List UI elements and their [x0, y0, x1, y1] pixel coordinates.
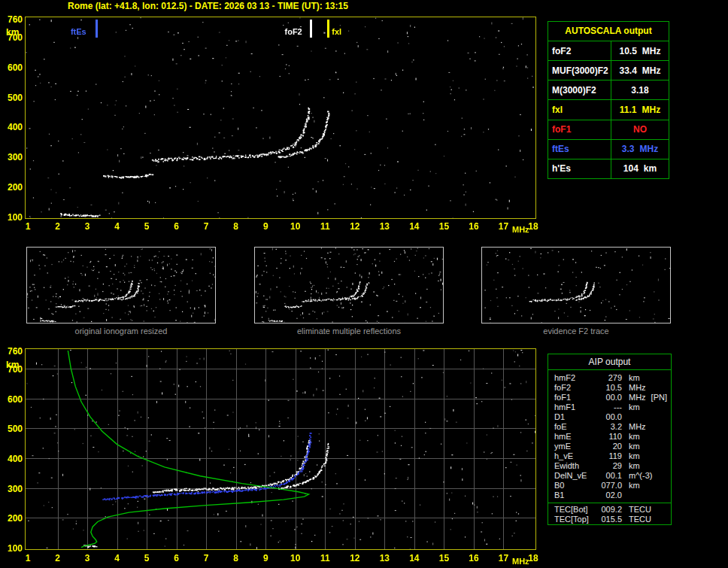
aip-param-unit: MHz: [622, 393, 646, 402]
param-name: M(3000)F2: [552, 85, 596, 96]
param-value: 3.3: [622, 144, 635, 154]
aip-param-name: Ewidth: [554, 461, 596, 471]
autoscala-param-value: 10.5MHz: [611, 41, 669, 60]
aip-row-hmE: hmE110km: [548, 432, 671, 442]
fxl-marker-label: fxl: [332, 27, 341, 36]
aip-param-name: B0: [554, 481, 596, 491]
autoscala-param-label: foF1: [548, 120, 611, 139]
x-tick-label: 3: [79, 553, 96, 563]
param-name: MUF(3000)F2: [552, 65, 608, 76]
aip-param-name: TEC[Top]: [554, 515, 596, 524]
x-tick-label: 9: [257, 221, 274, 232]
x-tick-label: 11: [317, 221, 333, 232]
aip-rows: hmF2279kmfoF210.5MHzfoF100.0MHz[PN]hmF1-…: [548, 370, 671, 500]
autoscala-param-label: MUF(3000)F2: [548, 61, 611, 80]
aip-param-value: 00.0: [596, 412, 622, 422]
x-tick-label: 16: [466, 553, 482, 563]
thumbnail-reflections-canvas: [255, 248, 443, 323]
aip-param-unit: MHz: [622, 422, 646, 432]
autoscala-row-foF1: foF1NO: [548, 120, 669, 140]
aip-param-value: 20: [596, 442, 622, 451]
aip-param-name: h_vE: [554, 451, 596, 461]
x-tick-label: 10: [287, 221, 304, 232]
param-name: foF1: [552, 124, 571, 135]
param-unit: MHz: [642, 105, 661, 115]
param-unit: MHz: [642, 46, 661, 56]
aip-param-value: 279: [596, 373, 622, 383]
aip-row-B1: B102.0: [548, 491, 671, 500]
autoscala-row-fxl: fxl11.1MHz: [548, 100, 669, 120]
param-unit: MHz: [642, 65, 661, 76]
page-title: Rome (lat: +41.8, lon: 012.5) - DATE: 20…: [68, 1, 348, 11]
aip-param-value: 119: [596, 451, 622, 461]
autoscala-screen: { "header": { "title": "Rome (lat: +41.8…: [0, 0, 728, 568]
aip-param-value: 10.5: [596, 383, 622, 393]
x-tick-label: 12: [347, 553, 363, 563]
param-unit: MHz: [640, 144, 659, 154]
aip-param-name: foF2: [554, 383, 596, 393]
autoscala-param-label: M(3000)F2: [548, 80, 611, 99]
autoscala-row-MUF(3000)F2: MUF(3000)F233.4MHz: [548, 61, 669, 80]
x-tick-label: 5: [138, 553, 155, 563]
aip-param-name: B1: [554, 491, 596, 500]
thumbnail-eliminate-reflections: [254, 247, 444, 323]
autoscala-row-M(3000)F2: M(3000)F23.18: [548, 80, 669, 100]
autoscala-output-table: AUTOSCALA output foF210.5MHzMUF(3000)F23…: [548, 21, 669, 179]
caption-eliminate-reflections: eliminate multiple reflections: [254, 327, 444, 336]
thumbnail-original-canvas: [27, 248, 215, 323]
top-y-axis-unit: km: [6, 27, 19, 38]
x-tick-label: 8: [228, 553, 244, 563]
param-unit: km: [644, 163, 657, 174]
aip-param-name: D1: [554, 412, 596, 422]
x-tick-label: 17: [495, 553, 511, 563]
aip-param-value: 110: [596, 432, 622, 442]
aip-param-name: hmF1: [554, 402, 596, 412]
x-tick-label: 14: [406, 553, 423, 563]
x-tick-label: 2: [50, 553, 66, 563]
aip-param-value: 00.0: [596, 393, 622, 402]
x-tick-label: 3: [79, 221, 96, 232]
aip-param-value: 3.2: [596, 422, 622, 432]
param-value: NO: [633, 124, 647, 135]
autoscala-param-value: 104km: [611, 159, 669, 178]
aip-param-value: 009.2: [596, 505, 622, 515]
aip-param-value: ---: [596, 402, 622, 412]
ftEs-marker-label: ftEs: [71, 27, 86, 36]
autoscala-param-value: 3.3MHz: [611, 140, 669, 159]
aip-param-unit: km: [622, 481, 640, 491]
aip-param-unit: km: [622, 373, 640, 383]
aip-param-name: DelN_vE: [554, 471, 596, 481]
x-tick-label: 6: [168, 553, 185, 563]
autoscala-table-title: AUTOSCALA output: [548, 22, 669, 41]
y-tick-label: 400: [0, 454, 23, 464]
aip-param-unit: [622, 491, 629, 500]
x-tick-label: 7: [198, 553, 214, 563]
x-tick-label: 4: [109, 553, 126, 563]
param-value: 104: [623, 163, 639, 174]
y-tick-label: 300: [0, 152, 23, 163]
aip-param-unit: TECU: [622, 515, 651, 524]
y-tick-label: 600: [0, 394, 23, 405]
aip-param-unit: km: [622, 402, 640, 412]
param-value: 33.4: [619, 65, 636, 76]
aip-row-D1: D100.0: [548, 412, 671, 422]
x-tick-label: 8: [228, 221, 244, 232]
aip-row-B0: B0077.0km: [548, 481, 671, 491]
y-tick-label: 500: [0, 424, 23, 434]
x-tick-label: 6: [168, 221, 185, 232]
aip-param-name: foE: [554, 422, 596, 432]
thumbnail-evidence-f2: [481, 247, 671, 323]
thumbnail-original-ionogram: [26, 247, 216, 323]
x-tick-label: 1: [20, 221, 36, 232]
autoscala-param-value: 33.4MHz: [611, 61, 669, 80]
param-value: 11.1: [620, 105, 637, 115]
aip-row-TEC[Top]: TEC[Top]015.5TECU: [548, 515, 671, 524]
aip-row-h_vE: h_vE119km: [548, 451, 671, 461]
top-ionogram-canvas: [26, 17, 535, 218]
x-tick-label: 12: [347, 221, 363, 232]
x-tick-label: 13: [376, 221, 393, 232]
y-tick-label: 760: [0, 14, 23, 25]
aip-param-unit: km: [622, 451, 640, 461]
aip-param-name: TEC[Bot]: [554, 505, 596, 515]
aip-row-foE: foE3.2MHz: [548, 422, 671, 432]
